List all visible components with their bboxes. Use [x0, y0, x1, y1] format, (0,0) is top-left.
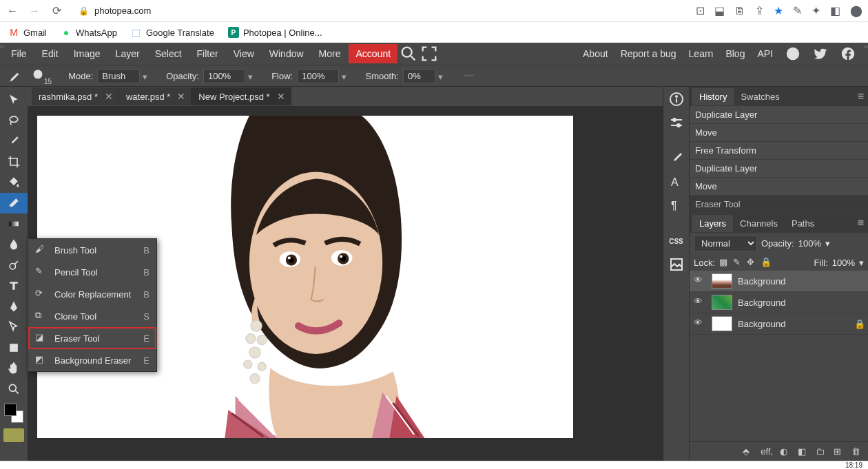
history-item[interactable]: Move [690, 124, 868, 142]
reddit-icon[interactable] [785, 46, 800, 61]
lock-transparent-icon[interactable]: ▩ [719, 257, 730, 268]
menu-account[interactable]: Account [349, 44, 397, 63]
bookmark-gtranslate[interactable]: ⬚ Google Translate [131, 27, 214, 38]
address-bar[interactable]: 🔒 photopea.com [72, 3, 688, 19]
visibility-icon[interactable]: 👁 [694, 275, 706, 287]
close-icon[interactable]: ✕ [277, 91, 285, 102]
menu-learn[interactable]: Learn [689, 48, 714, 59]
eraser-tool[interactable] [0, 193, 28, 213]
tab-layers[interactable]: Layers [692, 215, 733, 232]
gradient-tool[interactable] [0, 213, 28, 234]
ctx-brush-tool[interactable]: 🖌 Brush Tool B [28, 239, 156, 261]
delete-icon[interactable]: 🗑 [851, 446, 862, 457]
doc-tab-1[interactable]: water.psd * ✕ [119, 87, 192, 105]
lock-all-icon[interactable]: 🔒 [761, 257, 772, 268]
fx-label[interactable]: eff, [761, 446, 773, 457]
menu-edit[interactable]: Edit [35, 44, 65, 63]
history-item[interactable]: Eraser Tool [690, 196, 868, 213]
ctx-pencil-tool[interactable]: ✎ Pencil Tool B [28, 261, 156, 283]
menu-more[interactable]: More [312, 44, 348, 63]
fill-value[interactable]: 100% [832, 258, 855, 268]
chevron-down-icon[interactable]: ▾ [438, 72, 446, 80]
eyedropper-ext-icon[interactable]: ✎ [793, 4, 802, 17]
layer-name[interactable]: Background [738, 319, 785, 329]
path-select-tool[interactable] [0, 317, 28, 337]
forward-button[interactable]: → [28, 4, 41, 18]
history-item[interactable]: Duplicate Layer [690, 160, 868, 178]
chevron-down-icon[interactable]: ▾ [859, 258, 864, 268]
bucket-tool[interactable] [0, 172, 28, 193]
text-tool[interactable] [0, 275, 28, 296]
doc-tab-0[interactable]: rashmika.psd * ✕ [32, 87, 119, 105]
hand-tool[interactable] [0, 358, 28, 379]
page-icon[interactable]: 🗎 [734, 5, 745, 17]
paragraph-icon[interactable]: ¶ [668, 197, 685, 213]
bookmark-star-icon[interactable]: ★ [774, 4, 783, 17]
brush-tool[interactable] [0, 131, 28, 152]
ctx-eraser-tool[interactable]: ◪ Eraser Tool E [28, 327, 156, 349]
shape-tool[interactable] [0, 337, 28, 358]
folder-icon[interactable]: 🗀 [816, 446, 827, 457]
menu-window[interactable]: Window [262, 44, 311, 63]
chevron-down-icon[interactable]: ▾ [248, 72, 256, 80]
mode-select[interactable]: Brush [97, 69, 140, 83]
image-panel-icon[interactable] [668, 256, 685, 273]
tab-swatches[interactable]: Swatches [734, 88, 786, 105]
visibility-icon[interactable]: 👁 [694, 296, 706, 309]
menu-about[interactable]: About [583, 48, 608, 59]
history-item[interactable]: Free Transform [690, 142, 868, 160]
reload-button[interactable]: ⟳ [50, 4, 63, 18]
facebook-icon[interactable] [840, 46, 856, 61]
menu-view[interactable]: View [227, 44, 261, 63]
download-icon[interactable]: ⬓ [714, 4, 725, 17]
move-tool[interactable] [0, 90, 28, 110]
layer-item[interactable]: 👁 Background 🔒 [690, 313, 868, 335]
foreground-color[interactable] [4, 404, 17, 416]
menu-report-bug[interactable]: Report a bug [621, 48, 676, 59]
back-button[interactable]: ← [6, 4, 19, 18]
info-icon[interactable] [668, 91, 685, 107]
layer-thumbnail[interactable] [712, 295, 732, 310]
pressure-icon[interactable]: 〰 [464, 71, 473, 81]
panel-menu-icon[interactable]: ≡ [858, 90, 864, 103]
menu-filter[interactable]: Filter [190, 44, 225, 63]
lock-pixels-icon[interactable]: ✎ [733, 257, 744, 268]
profile-icon[interactable]: ⬤ [850, 4, 862, 17]
ctx-clone-tool[interactable]: ⧉ Clone Tool S [28, 305, 156, 327]
dodge-tool[interactable] [0, 255, 28, 275]
adjustment-icon[interactable]: ◧ [798, 446, 809, 457]
chevron-down-icon[interactable]: ▾ [825, 238, 830, 249]
ctx-background-eraser[interactable]: ◩ Background Eraser E [28, 349, 156, 371]
menu-layer[interactable]: Layer [109, 44, 147, 63]
panel-menu-icon[interactable]: ≡ [858, 217, 864, 229]
twitter-icon[interactable] [813, 46, 828, 61]
new-layer-icon[interactable]: ⊞ [834, 446, 845, 457]
install-icon[interactable]: ⊡ [696, 4, 705, 17]
layer-name[interactable]: Background [738, 276, 785, 286]
layer-name[interactable]: Background [738, 298, 785, 308]
bookmark-gmail[interactable]: M Gmail [8, 27, 47, 38]
fullscreen-icon[interactable] [420, 44, 439, 63]
menu-image[interactable]: Image [67, 44, 107, 63]
ctx-color-replacement[interactable]: ⟳ Color Replacement B [28, 283, 156, 305]
quickmask-toggle[interactable] [3, 428, 24, 442]
bookmark-photopea[interactable]: P Photopea | Online... [228, 27, 322, 38]
layer-opacity-value[interactable]: 100% [798, 238, 821, 249]
crop-tool[interactable] [0, 152, 28, 172]
bookmark-whatsapp[interactable]: ● WhatsApp [61, 27, 117, 38]
doc-tab-2[interactable]: New Project.psd * ✕ [192, 87, 291, 105]
link-icon[interactable]: ⬘ [743, 446, 754, 457]
blend-mode-select[interactable]: Normal [694, 236, 757, 251]
tab-history[interactable]: History [692, 88, 734, 105]
css-panel-icon[interactable]: CSS [668, 233, 685, 249]
brush-panel-icon[interactable] [668, 150, 685, 167]
flow-value[interactable]: 100% [297, 69, 339, 83]
share-icon[interactable]: ⇪ [755, 4, 764, 17]
chevron-down-icon[interactable]: ▾ [143, 72, 151, 80]
smooth-value[interactable]: 0% [403, 69, 435, 83]
layer-item[interactable]: 👁 Background [690, 292, 868, 313]
color-swatch[interactable] [4, 404, 23, 423]
pen-tool[interactable] [0, 296, 28, 317]
chevron-down-icon[interactable]: ▾ [342, 72, 350, 80]
close-icon[interactable]: ✕ [105, 91, 113, 102]
